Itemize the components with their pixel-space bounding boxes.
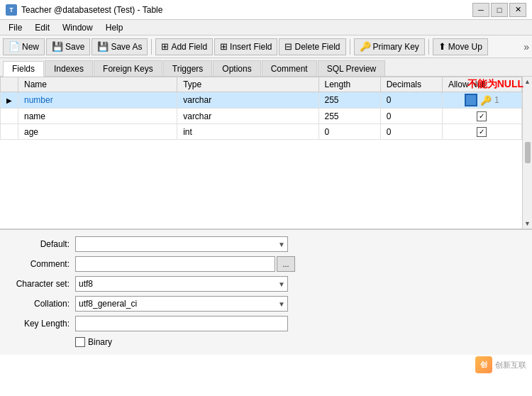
insert-field-button[interactable]: ⊞ Insert Field — [214, 38, 277, 55]
toolbar: 📄 New 💾 Save 💾 Save As ⊞ Add Field ⊞ Ins… — [0, 35, 532, 58]
binary-checkbox[interactable] — [75, 337, 85, 347]
insert-field-label: Insert Field — [230, 42, 272, 52]
primary-key-label: Primary Key — [373, 42, 419, 52]
table-area: Name Type Length Decimals Allow Null ▶ — [0, 77, 532, 229]
scroll-thumb[interactable] — [525, 142, 531, 163]
charset-label: Character set: — [6, 279, 70, 289]
allownull-checkbox-2[interactable] — [477, 111, 487, 121]
row-arrow-cell: ▶ — [1, 92, 18, 109]
charset-select-wrapper: utf8 utf8mb4 latin1 ▼ — [75, 276, 288, 292]
row-arrow-icon: ▶ — [6, 97, 12, 104]
menu-help[interactable]: Help — [100, 21, 129, 34]
tab-indexes[interactable]: Indexes — [45, 60, 93, 76]
allownull-checkbox-highlighted[interactable] — [465, 94, 477, 106]
keylength-input[interactable] — [75, 316, 288, 331]
content-area: 不能为NULL Name Type Length Decimals — [0, 77, 532, 229]
col-header-type: Type — [177, 77, 318, 92]
tab-fields[interactable]: Fields — [3, 61, 44, 77]
comment-input[interactable] — [75, 256, 275, 272]
move-up-icon: ⬆ — [438, 41, 446, 52]
field-decimals-cell[interactable]: 0 — [380, 92, 442, 109]
app-icon: T — [6, 4, 17, 16]
col-header-name: Name — [18, 77, 177, 92]
field-type-cell[interactable]: varchar — [177, 92, 318, 109]
row-number: 1 — [494, 95, 499, 105]
field-length-cell[interactable]: 255 — [318, 92, 380, 109]
scroll-down-button[interactable]: ▼ — [524, 220, 531, 227]
tab-options[interactable]: Options — [213, 60, 260, 76]
row-arrow-cell-3 — [1, 124, 18, 140]
field-decimals-cell-2[interactable]: 0 — [380, 109, 442, 124]
collation-label: Collation: — [6, 299, 70, 309]
field-allownull-cell-3[interactable] — [442, 124, 521, 140]
col-header-arrow — [1, 77, 18, 92]
field-type-cell-2[interactable]: varchar — [177, 109, 318, 124]
tab-foreign-keys[interactable]: Foreign Keys — [94, 60, 162, 76]
keylength-label: Key Length: — [6, 319, 70, 329]
menu-edit[interactable]: Edit — [29, 21, 55, 34]
save-button[interactable]: 💾 Save — [46, 38, 90, 55]
restore-button[interactable]: □ — [491, 3, 508, 17]
comment-btn[interactable]: ... — [277, 256, 295, 272]
key-indicator: 🔑 — [480, 95, 492, 106]
charset-select[interactable]: utf8 utf8mb4 latin1 — [75, 276, 288, 292]
delete-field-button[interactable]: ⊟ Delete Field — [279, 38, 345, 55]
delete-field-icon: ⊟ — [284, 41, 292, 52]
menu-window[interactable]: Window — [57, 21, 99, 34]
prop-row-binary: Binary — [0, 334, 532, 351]
tab-sql-preview[interactable]: SQL Preview — [318, 60, 386, 76]
prop-row-default: Default: ▼ — [0, 234, 532, 254]
collation-select-wrapper: utf8_general_ci utf8_unicode_ci utf8_bin… — [75, 296, 288, 312]
field-name-cell-3[interactable]: age — [18, 124, 177, 140]
field-type-cell-3[interactable]: int — [177, 124, 318, 140]
toolbar-separator-3 — [428, 39, 429, 55]
toolbar-separator-1 — [151, 39, 152, 55]
field-allownull-cell-2[interactable] — [442, 109, 521, 124]
default-label: Default: — [6, 239, 70, 249]
add-field-icon: ⊞ — [161, 41, 169, 52]
app-window: T Teacher @databasetest (Test) - Table ─… — [0, 0, 532, 396]
toolbar-overflow[interactable]: » — [523, 41, 529, 53]
menu-file[interactable]: File — [3, 21, 28, 34]
field-name-cell[interactable]: number — [18, 92, 177, 109]
field-length-cell-2[interactable]: 255 — [318, 109, 380, 124]
save-as-button[interactable]: 💾 Save As — [92, 38, 148, 55]
save-as-icon: 💾 — [97, 41, 109, 52]
table-row[interactable]: ▶ number varchar 255 0 🔑 1 — [1, 92, 522, 109]
title-bar: T Teacher @databasetest (Test) - Table ─… — [0, 0, 532, 20]
close-button[interactable]: ✕ — [509, 3, 526, 17]
field-length-cell-3[interactable]: 0 — [318, 124, 380, 140]
prop-row-collation: Collation: utf8_general_ci utf8_unicode_… — [0, 294, 532, 314]
binary-group: Binary — [75, 337, 112, 347]
field-allownull-cell[interactable]: 🔑 1 — [442, 92, 521, 109]
default-select[interactable] — [75, 236, 288, 252]
move-up-label: Move Up — [448, 42, 482, 52]
default-select-wrapper: ▼ — [75, 236, 288, 252]
save-icon: 💾 — [52, 41, 63, 52]
toolbar-separator-2 — [350, 39, 350, 55]
primary-key-icon: 🔑 — [360, 41, 371, 52]
move-up-button[interactable]: ⬆ Move Up — [433, 38, 488, 55]
window-controls: ─ □ ✕ — [472, 3, 526, 17]
delete-field-label: Delete Field — [294, 42, 340, 52]
comment-label: Comment: — [6, 259, 70, 269]
add-field-label: Add Field — [171, 42, 207, 52]
table-row[interactable]: age int 0 0 — [1, 124, 522, 140]
field-name-cell-2[interactable]: name — [18, 109, 177, 124]
table-scrollbar[interactable]: ▲ ▼ — [522, 77, 532, 229]
collation-select[interactable]: utf8_general_ci utf8_unicode_ci utf8_bin — [75, 296, 288, 312]
new-button[interactable]: 📄 New — [3, 38, 45, 55]
table-row[interactable]: name varchar 255 0 — [1, 109, 522, 124]
menu-bar: File Edit Window Help — [0, 20, 532, 35]
minimize-button[interactable]: ─ — [472, 3, 489, 17]
tab-comment[interactable]: Comment — [262, 60, 317, 76]
scroll-up-button[interactable]: ▲ — [524, 78, 531, 85]
allownull-checkbox-3[interactable] — [477, 127, 487, 137]
tab-triggers[interactable]: Triggers — [163, 60, 213, 76]
primary-key-button[interactable]: 🔑 Primary Key — [354, 38, 425, 55]
field-decimals-cell-3[interactable]: 0 — [380, 124, 442, 140]
prop-row-comment: Comment: ... — [0, 254, 532, 274]
tabs-bar: Fields Indexes Foreign Keys Triggers Opt… — [0, 58, 532, 77]
col-header-length: Length — [318, 77, 380, 92]
add-field-button[interactable]: ⊞ Add Field — [155, 38, 213, 55]
